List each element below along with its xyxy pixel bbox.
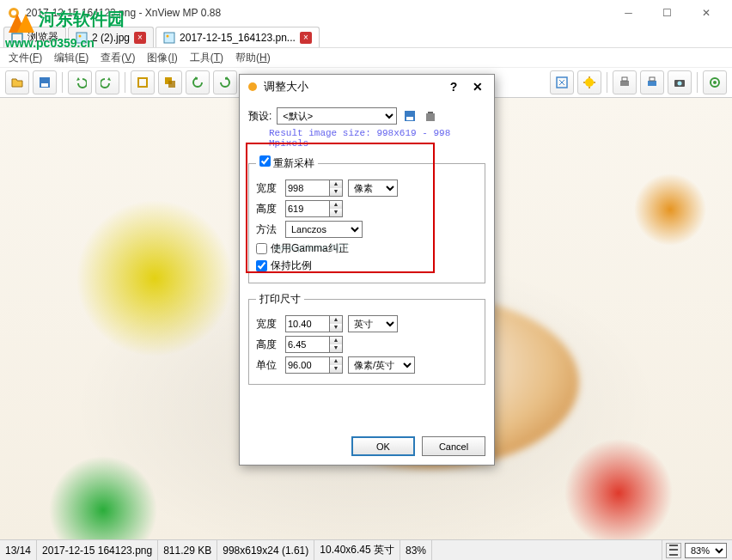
- svg-point-6: [167, 34, 169, 37]
- site-watermark: 河东软件园 www.pc0359.cn: [5, 7, 125, 52]
- menu-tools[interactable]: 工具(T): [185, 49, 229, 67]
- maximize-button[interactable]: ☐: [648, 0, 686, 26]
- print-width-spinner[interactable]: ▲▼: [330, 315, 343, 332]
- svg-rect-15: [622, 77, 627, 81]
- svg-point-22: [248, 82, 257, 91]
- close-icon[interactable]: ×: [134, 32, 146, 44]
- method-select[interactable]: Lanczos: [285, 221, 363, 238]
- width-unit-select[interactable]: 像素: [348, 180, 398, 197]
- dialog-close-button[interactable]: ✕: [468, 80, 487, 94]
- svg-point-19: [678, 82, 682, 86]
- svg-rect-26: [428, 112, 433, 113]
- unit-unit-select[interactable]: 像素/英寸: [348, 356, 415, 374]
- undo-button[interactable]: [68, 70, 92, 94]
- method-label: 方法: [256, 222, 280, 237]
- cancel-button[interactable]: Cancel: [422, 436, 485, 456]
- width-spinner[interactable]: ▲▼: [330, 180, 343, 197]
- adjust-button[interactable]: [577, 70, 601, 94]
- separator: [125, 72, 125, 93]
- zoom-select[interactable]: 83%: [685, 543, 727, 558]
- help-button[interactable]: ?: [444, 80, 463, 94]
- watermark-url: www.pc0359.cn: [5, 36, 125, 50]
- status-index: 13/14: [0, 540, 37, 560]
- print-width-unit[interactable]: 英寸: [348, 315, 398, 332]
- rotate-ccw-button[interactable]: [186, 70, 210, 94]
- delete-preset-button[interactable]: [423, 108, 438, 124]
- preset-select[interactable]: <默认>: [277, 107, 397, 125]
- open-button[interactable]: [5, 70, 29, 94]
- status-print-size: 10.40x6.45 英寸: [314, 540, 400, 560]
- height-label: 高度: [256, 202, 280, 216]
- status-zoom: 83%: [400, 540, 432, 560]
- menu-help[interactable]: 帮助(H): [230, 49, 276, 67]
- camera-button[interactable]: [668, 70, 692, 94]
- width-input[interactable]: [285, 180, 330, 197]
- resample-checkbox[interactable]: [259, 155, 271, 167]
- svg-rect-16: [648, 81, 656, 86]
- preset-label: 预设:: [248, 109, 271, 124]
- dialog-title: 调整大小: [264, 79, 439, 94]
- status-filename: 2017-12-15 164123.png: [37, 540, 158, 560]
- svg-rect-25: [426, 113, 435, 121]
- status-menu-button[interactable]: [666, 543, 681, 558]
- height-input[interactable]: [285, 200, 330, 217]
- status-bar: 13/14 2017-12-15 164123.png 811.29 KB 99…: [0, 539, 732, 560]
- width-label: 宽度: [256, 181, 280, 196]
- tab-image-2[interactable]: 2017-12-15_164123.pn... ×: [156, 27, 320, 47]
- ratio-label: 保持比例: [271, 259, 312, 273]
- svg-point-13: [585, 78, 594, 87]
- rotate-cw-button[interactable]: [213, 70, 237, 94]
- dialog-titlebar[interactable]: 调整大小 ? ✕: [240, 75, 494, 99]
- save-button[interactable]: [33, 70, 57, 94]
- minimize-button[interactable]: ─: [609, 0, 648, 26]
- svg-rect-24: [406, 117, 413, 120]
- separator: [607, 72, 607, 93]
- menu-image[interactable]: 图像(I): [142, 49, 182, 67]
- height-spinner[interactable]: ▲▼: [330, 200, 343, 217]
- close-icon[interactable]: ×: [300, 32, 312, 44]
- resample-group: 重新采样 宽度 ▲▼ 像素 高度 ▲▼ 方法 Lanczos 使用Gamma纠正…: [248, 155, 485, 283]
- dialog-icon: [247, 81, 259, 93]
- resize-dialog: 调整大小 ? ✕ 预设: <默认> Result image size: 998…: [239, 74, 495, 466]
- status-dimensions: 998x619x24 (1.61): [217, 540, 314, 560]
- ratio-checkbox[interactable]: [256, 260, 267, 271]
- svg-rect-8: [41, 83, 48, 87]
- print-width-label: 宽度: [256, 317, 280, 332]
- result-size-text: Result image size: 998x619 - 998 Mpixels: [269, 128, 485, 149]
- redo-button[interactable]: [95, 70, 119, 94]
- svg-rect-9: [138, 78, 147, 87]
- inner-watermark: www.pHome.NET: [275, 242, 350, 253]
- unit-input[interactable]: [285, 356, 330, 374]
- gamma-checkbox[interactable]: [256, 243, 267, 254]
- print-height-spinner[interactable]: ▲▼: [330, 336, 343, 353]
- separator: [697, 72, 698, 93]
- print-height-label: 高度: [256, 338, 280, 352]
- resize-button[interactable]: [550, 70, 574, 94]
- print-button[interactable]: [613, 70, 637, 94]
- status-filesize: 811.29 KB: [158, 540, 217, 560]
- watermark-title: 河东软件园: [39, 9, 125, 28]
- settings-button[interactable]: [703, 70, 727, 94]
- separator: [62, 72, 63, 93]
- unit-label: 单位: [256, 358, 280, 373]
- save-preset-button[interactable]: [402, 108, 418, 124]
- image-icon: [163, 32, 175, 44]
- tab-label: 2017-12-15_164123.pn...: [180, 32, 296, 44]
- svg-rect-5: [164, 33, 174, 43]
- unit-spinner[interactable]: ▲▼: [330, 356, 343, 374]
- svg-rect-14: [620, 81, 629, 86]
- svg-rect-17: [650, 77, 655, 81]
- print-size-group: 打印尺寸 宽度 ▲▼ 英寸 高度 ▲▼ 单位 ▲▼ 像素/英寸: [248, 292, 485, 385]
- ok-button[interactable]: OK: [351, 436, 415, 456]
- print-width-input[interactable]: [285, 315, 330, 332]
- crop-ratio-button[interactable]: [158, 70, 182, 94]
- svg-point-21: [713, 81, 717, 84]
- svg-rect-11: [168, 81, 175, 88]
- print-preview-button[interactable]: [640, 70, 664, 94]
- crop-button[interactable]: [131, 70, 155, 94]
- window-close-button[interactable]: ✕: [686, 0, 725, 26]
- print-height-input[interactable]: [285, 336, 330, 353]
